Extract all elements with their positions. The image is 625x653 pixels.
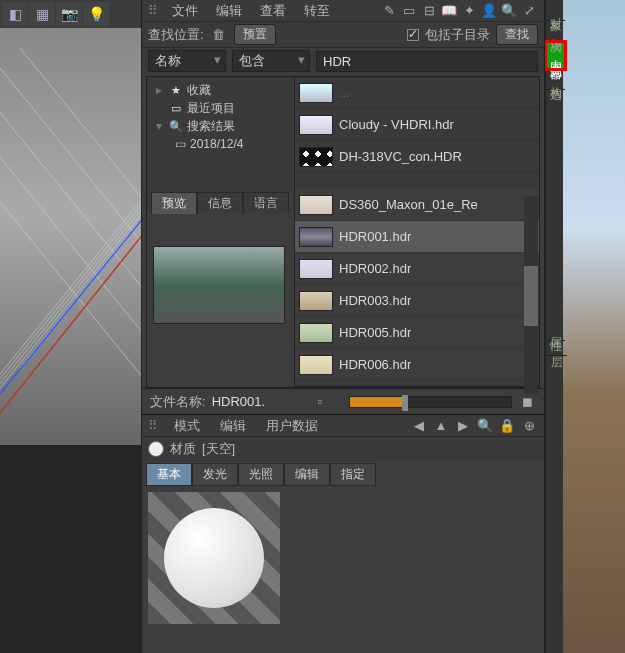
search-row: 查找位置: 🗑 预置 包括子目录 查找	[142, 22, 544, 48]
tab-info[interactable]: 信息	[197, 192, 243, 214]
file-thumb	[299, 147, 333, 167]
browser-menubar: ⠿ 文件 编辑 查看 转至 ✎ ▭ ⊟ 📖 ✦ 👤 🔍 ⤢	[142, 0, 544, 22]
list-item[interactable]: HDR005.hdr	[295, 317, 539, 349]
pencil-icon[interactable]: ✎	[380, 2, 398, 20]
list-item[interactable]: HDR002.hdr	[295, 253, 539, 285]
list-item[interactable]: HDR008 hdr	[295, 381, 539, 387]
tree-date-folder[interactable]: ▭2018/12/4	[153, 135, 294, 153]
attr-tab-assign[interactable]: 指定	[330, 463, 376, 486]
lock-icon[interactable]: 🔒	[498, 417, 516, 435]
attribute-panel: ⠿ 模式 编辑 用户数据 ◀ ▲ ▶ 🔍 🔒 ⊕ 材质 [天空] 基本 发光 光…	[142, 414, 544, 624]
perspective-viewport[interactable]	[0, 28, 141, 445]
tab-preview[interactable]: 预览	[151, 192, 197, 214]
attr-menu-userdata[interactable]: 用户数据	[258, 417, 326, 435]
book-icon[interactable]: 📖	[440, 2, 458, 20]
thumb-size-slider[interactable]	[349, 396, 512, 408]
list-item[interactable]: Cloudy - VHDRI.hdr	[295, 109, 539, 141]
nav-back-icon[interactable]: ◀	[410, 417, 428, 435]
svg-line-2	[0, 88, 141, 408]
attr-tab-basic[interactable]: 基本	[146, 463, 192, 486]
new-tab-icon[interactable]: ⊕	[520, 417, 538, 435]
material-preview-sphere	[164, 508, 264, 608]
trash-icon[interactable]: 🗑	[210, 26, 228, 44]
include-subdirs-checkbox[interactable]	[407, 29, 419, 41]
thumb-large-icon[interactable]: ◼	[518, 393, 536, 411]
list-item[interactable]: HDR006.hdr	[295, 349, 539, 381]
svg-line-0	[0, 128, 141, 445]
preset-button[interactable]: 预置	[234, 24, 276, 45]
menu-file[interactable]: 文件	[164, 2, 206, 20]
attr-menubar: ⠿ 模式 编辑 用户数据 ◀ ▲ ▶ 🔍 🔒 ⊕	[142, 415, 544, 437]
svg-line-1	[0, 108, 141, 428]
list-scrollbar-thumb[interactable]	[524, 266, 538, 326]
tab-lang[interactable]: 语言	[243, 192, 289, 214]
nav-up-icon[interactable]: ▲	[432, 417, 450, 435]
tree-recent[interactable]: ▭最近项目	[153, 99, 294, 117]
file-list-top: ... Cloudy - VHDRI.hdr DH-318VC_con.HDR	[295, 77, 539, 189]
filter-value-input[interactable]	[316, 51, 538, 72]
list-item-selected[interactable]: HDR001.hdr	[295, 221, 539, 253]
viewport-area: ◧ ▦ 📷 💡	[0, 0, 141, 653]
key-icon[interactable]: ✦	[460, 2, 478, 20]
camera-icon[interactable]: 📷	[56, 2, 82, 26]
doc-icon[interactable]: ▭	[400, 2, 418, 20]
tree-search-results[interactable]: ▾🔍搜索结果	[153, 117, 294, 135]
person-icon[interactable]: 👤	[480, 2, 498, 20]
filter-field-select[interactable]: 名称	[148, 50, 226, 72]
folder-tree: ▸★收藏 ▭最近项目 ▾🔍搜索结果 ▭2018/12/4	[147, 77, 295, 189]
magnify-icon[interactable]: 🔍	[500, 2, 518, 20]
svg-line-5	[0, 128, 141, 445]
vtab-structure[interactable]: 构造	[546, 69, 565, 90]
filename-row: 文件名称: HDR001. ▫ ◼	[142, 388, 544, 414]
svg-line-7	[0, 88, 141, 408]
tag-icon[interactable]: ⊟	[420, 2, 438, 20]
preview-tabs: 预览 信息 语言	[147, 189, 294, 214]
thumb-small-icon[interactable]: ▫	[311, 393, 329, 411]
attr-tab-glow[interactable]: 发光	[192, 463, 238, 486]
file-thumb	[299, 195, 333, 215]
viewport-lower-empty	[0, 445, 141, 653]
expand-icon[interactable]: ⤢	[520, 2, 538, 20]
filter-op-select[interactable]: 包含	[232, 50, 310, 72]
hdr-preview-image	[153, 246, 285, 324]
vtab-layers[interactable]: 层	[546, 341, 567, 356]
material-swatch[interactable]	[148, 441, 164, 457]
menu-edit[interactable]: 编辑	[208, 2, 250, 20]
browser-mid: 预览 信息 语言 DS360_Maxon_01e_Re HDR001.hdr H…	[147, 189, 539, 387]
find-button[interactable]: 查找	[496, 24, 538, 45]
attr-tabs: 基本 发光 光照 编辑 指定	[142, 461, 544, 486]
menu-view[interactable]: 查看	[252, 2, 294, 20]
viewport-toolbar: ◧ ▦ 📷 💡	[0, 0, 141, 28]
attr-menu-mode[interactable]: 模式	[166, 417, 208, 435]
tree-favorites[interactable]: ▸★收藏	[153, 81, 294, 99]
material-label: 材质	[170, 440, 196, 458]
svg-line-4	[20, 48, 141, 368]
panel-grip-icon[interactable]: ⠿	[148, 3, 156, 18]
vtab-attributes[interactable]: 属性	[546, 320, 565, 341]
attr-menu-edit[interactable]: 编辑	[212, 417, 254, 435]
grid-icon[interactable]: ▦	[29, 2, 55, 26]
svg-line-9	[20, 48, 141, 368]
list-item[interactable]: ...	[295, 77, 539, 109]
list-item[interactable]: DH-318VC_con.HDR	[295, 141, 539, 173]
material-preview[interactable]	[148, 492, 280, 624]
list-item[interactable]: HDR003.hdr	[295, 285, 539, 317]
panel-grip-icon[interactable]: ⠿	[148, 418, 156, 433]
menu-goto[interactable]: 转至	[296, 2, 338, 20]
file-thumb	[299, 227, 333, 247]
nav-cube-icon[interactable]: ◧	[2, 2, 28, 26]
search-icon[interactable]: 🔍	[476, 417, 494, 435]
light-icon[interactable]: 💡	[83, 2, 109, 26]
file-thumb	[299, 355, 333, 375]
content-browser-panel: ⠿ 文件 编辑 查看 转至 ✎ ▭ ⊟ 📖 ✦ 👤 🔍 ⤢ 查找位置: 🗑 预置…	[141, 0, 545, 653]
vtab-content-browser[interactable]: 内容浏览器	[546, 42, 565, 69]
material-sky-tag: [天空]	[202, 440, 235, 458]
attr-tab-illum[interactable]: 光照	[238, 463, 284, 486]
vtab-takes[interactable]: 场次	[546, 21, 565, 42]
file-thumb	[299, 387, 333, 388]
include-subdirs-label: 包括子目录	[425, 26, 490, 44]
attr-tab-edit[interactable]: 编辑	[284, 463, 330, 486]
vtab-objects[interactable]: 对象	[546, 0, 565, 21]
nav-fwd-icon[interactable]: ▶	[454, 417, 472, 435]
list-item[interactable]: DS360_Maxon_01e_Re	[295, 189, 539, 221]
